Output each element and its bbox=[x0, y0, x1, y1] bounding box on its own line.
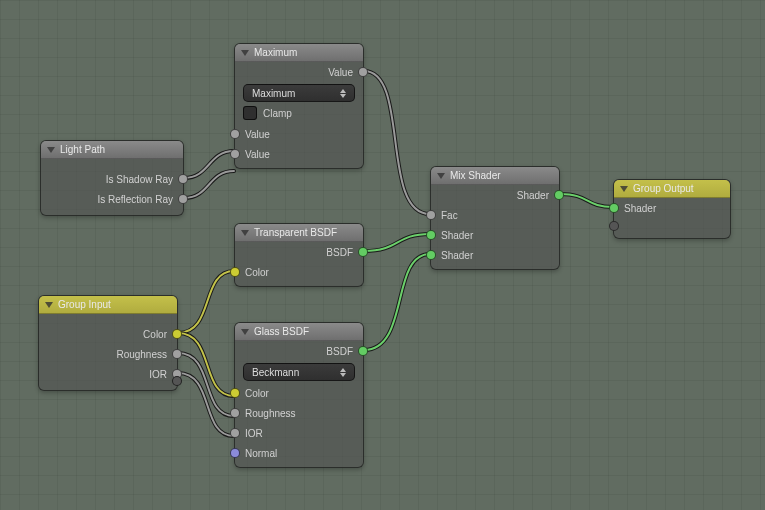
socket-label: Roughness bbox=[116, 349, 167, 360]
socket-out-value[interactable] bbox=[178, 194, 188, 204]
socket-in-shader[interactable] bbox=[609, 203, 619, 213]
input-value-a: Value bbox=[235, 124, 363, 144]
input-ior: IOR bbox=[235, 423, 363, 443]
output-color: Color bbox=[39, 324, 177, 344]
node-title: Transparent BSDF bbox=[254, 227, 337, 238]
collapse-icon[interactable] bbox=[241, 50, 249, 56]
socket-out-value[interactable] bbox=[178, 174, 188, 184]
input-shader-a: Shader bbox=[431, 225, 559, 245]
node-title: Glass BSDF bbox=[254, 326, 309, 337]
collapse-icon[interactable] bbox=[620, 186, 628, 192]
output-is-shadow-ray: Is Shadow Ray bbox=[41, 169, 183, 189]
node-group-output[interactable]: Group Output Shader bbox=[613, 179, 731, 239]
virtual-socket[interactable] bbox=[609, 221, 619, 231]
node-light-path[interactable]: Light Path Is Shadow Ray Is Reflection R… bbox=[40, 140, 184, 216]
socket-label: Shader bbox=[441, 250, 473, 261]
socket-label: Normal bbox=[245, 448, 277, 459]
socket-label: Roughness bbox=[245, 408, 296, 419]
socket-out-value[interactable] bbox=[172, 349, 182, 359]
socket-in-value[interactable] bbox=[230, 408, 240, 418]
socket-out-shader[interactable] bbox=[358, 346, 368, 356]
socket-label: Is Reflection Ray bbox=[97, 194, 173, 205]
select-value: Maximum bbox=[252, 88, 295, 99]
node-group-input[interactable]: Group Input Color Roughness IOR bbox=[38, 295, 178, 391]
socket-in-value[interactable] bbox=[426, 210, 436, 220]
socket-out-color[interactable] bbox=[172, 329, 182, 339]
node-title: Mix Shader bbox=[450, 170, 501, 181]
socket-label: IOR bbox=[149, 369, 167, 380]
chevron-up-icon bbox=[340, 368, 346, 372]
output-row bbox=[39, 314, 177, 324]
checkbox-unchecked[interactable] bbox=[243, 106, 257, 120]
collapse-icon[interactable] bbox=[241, 230, 249, 236]
socket-in-vector[interactable] bbox=[230, 448, 240, 458]
node-header[interactable]: Group Input bbox=[39, 296, 177, 314]
node-title: Maximum bbox=[254, 47, 297, 58]
node-title: Light Path bbox=[60, 144, 105, 155]
socket-label: Shader bbox=[517, 190, 549, 201]
operation-select[interactable]: Maximum bbox=[243, 84, 355, 102]
node-header[interactable]: Light Path bbox=[41, 141, 183, 159]
socket-label: Shader bbox=[624, 203, 656, 214]
collapse-icon[interactable] bbox=[47, 147, 55, 153]
input-roughness: Roughness bbox=[235, 403, 363, 423]
socket-in-value[interactable] bbox=[230, 428, 240, 438]
virtual-input-row bbox=[614, 218, 730, 234]
clamp-checkbox-row[interactable]: Clamp bbox=[243, 104, 355, 122]
input-color: Color bbox=[235, 262, 363, 282]
output-bsdf: BSDF bbox=[235, 242, 363, 262]
socket-label: Color bbox=[245, 267, 269, 278]
chevron-down-icon bbox=[340, 373, 346, 377]
output-roughness: Roughness bbox=[39, 344, 177, 364]
socket-out-shader[interactable] bbox=[358, 247, 368, 257]
input-shader: Shader bbox=[614, 198, 730, 218]
node-header[interactable]: Group Output bbox=[614, 180, 730, 198]
input-value-b: Value bbox=[235, 144, 363, 164]
collapse-icon[interactable] bbox=[437, 173, 445, 179]
output-is-reflection-ray: Is Reflection Ray bbox=[41, 189, 183, 209]
socket-out-value[interactable] bbox=[358, 67, 368, 77]
node-header[interactable]: Glass BSDF bbox=[235, 323, 363, 341]
node-header[interactable]: Mix Shader bbox=[431, 167, 559, 185]
socket-label: BSDF bbox=[326, 346, 353, 357]
socket-in-shader[interactable] bbox=[426, 250, 436, 260]
socket-in-value[interactable] bbox=[230, 129, 240, 139]
node-transparent-bsdf[interactable]: Transparent BSDF BSDF Color bbox=[234, 223, 364, 287]
output-row bbox=[41, 159, 183, 169]
chevron-up-icon bbox=[340, 89, 346, 93]
output-shader: Shader bbox=[431, 185, 559, 205]
socket-out-shader[interactable] bbox=[554, 190, 564, 200]
collapse-icon[interactable] bbox=[241, 329, 249, 335]
socket-label: Shader bbox=[441, 230, 473, 241]
output-bsdf: BSDF bbox=[235, 341, 363, 361]
socket-in-color[interactable] bbox=[230, 388, 240, 398]
input-normal: Normal bbox=[235, 443, 363, 463]
socket-label: Fac bbox=[441, 210, 458, 221]
collapse-icon[interactable] bbox=[45, 302, 53, 308]
input-color: Color bbox=[235, 383, 363, 403]
node-header[interactable]: Transparent BSDF bbox=[235, 224, 363, 242]
checkbox-label: Clamp bbox=[263, 108, 292, 119]
socket-label: BSDF bbox=[326, 247, 353, 258]
node-title: Group Input bbox=[58, 299, 111, 310]
node-maximum[interactable]: Maximum Value Maximum Clamp Value Value bbox=[234, 43, 364, 169]
socket-label: Value bbox=[245, 129, 270, 140]
wire-layer bbox=[0, 0, 765, 510]
output-value: Value bbox=[235, 62, 363, 82]
select-value: Beckmann bbox=[252, 367, 299, 378]
output-ior: IOR bbox=[39, 364, 177, 384]
node-glass-bsdf[interactable]: Glass BSDF BSDF Beckmann Color Roughness… bbox=[234, 322, 364, 468]
chevron-down-icon bbox=[340, 94, 346, 98]
socket-label: Value bbox=[245, 149, 270, 160]
input-shader-b: Shader bbox=[431, 245, 559, 265]
distribution-select[interactable]: Beckmann bbox=[243, 363, 355, 381]
node-header[interactable]: Maximum bbox=[235, 44, 363, 62]
socket-in-color[interactable] bbox=[230, 267, 240, 277]
socket-label: Color bbox=[143, 329, 167, 340]
socket-in-value[interactable] bbox=[230, 149, 240, 159]
node-title: Group Output bbox=[633, 183, 694, 194]
input-fac: Fac bbox=[431, 205, 559, 225]
virtual-socket[interactable] bbox=[172, 376, 182, 386]
node-mix-shader[interactable]: Mix Shader Shader Fac Shader Shader bbox=[430, 166, 560, 270]
socket-in-shader[interactable] bbox=[426, 230, 436, 240]
